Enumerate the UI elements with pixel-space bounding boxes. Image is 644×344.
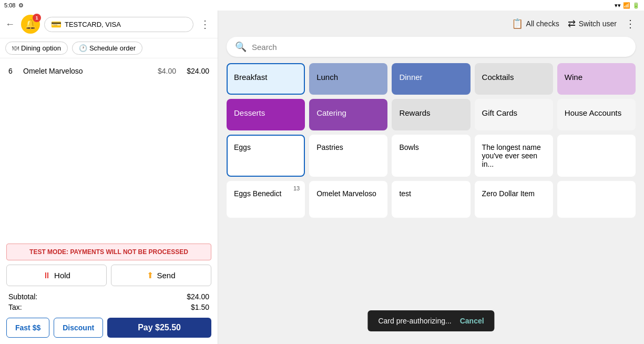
category-card-houseaccounts[interactable]: House Accounts bbox=[557, 99, 636, 130]
dining-option-button[interactable]: 🍽 Dining option bbox=[5, 42, 68, 55]
category-card-breakfast[interactable]: Breakfast bbox=[227, 63, 305, 95]
category-card-rewards[interactable]: Rewards bbox=[392, 99, 470, 130]
bell-container: 🔔 1 bbox=[21, 15, 40, 34]
item-card-bowls[interactable]: Bowls bbox=[392, 135, 470, 177]
all-checks-button[interactable]: 📋 All checks bbox=[512, 18, 559, 29]
options-row: 🍽 Dining option 🕐 Schedule order bbox=[0, 38, 218, 58]
item-name: Omelet Marveloso bbox=[23, 67, 146, 75]
subtotal-value: $24.00 bbox=[187, 292, 209, 301]
hold-icon: ⏸ bbox=[43, 271, 51, 280]
send-label: Send bbox=[157, 271, 175, 280]
nav-more-button[interactable]: ⋮ bbox=[625, 17, 636, 30]
category-card-catering[interactable]: Catering bbox=[309, 99, 387, 130]
item-card-test[interactable]: test bbox=[392, 181, 470, 218]
discount-button[interactable]: Discount bbox=[54, 318, 103, 338]
tax-row: Tax: $1.50 bbox=[8, 303, 209, 311]
item-card-longestname[interactable]: The longest name you've ever seen in... bbox=[475, 135, 553, 177]
dining-option-label: Dining option bbox=[21, 44, 61, 52]
category-card-giftcards[interactable]: Gift Cards bbox=[475, 99, 553, 130]
category-card-desserts[interactable]: Desserts bbox=[227, 99, 305, 130]
right-panel: 📋 All checks ⇄ Switch user ⋮ 🔍 Breakfast… bbox=[218, 11, 644, 344]
send-button[interactable]: ⬆ Send bbox=[111, 265, 211, 286]
schedule-order-button[interactable]: 🕐 Schedule order bbox=[72, 42, 142, 55]
category-label-cocktails: Cocktails bbox=[482, 73, 514, 82]
hold-button[interactable]: ⏸ Hold bbox=[6, 265, 107, 286]
top-nav: 📋 All checks ⇄ Switch user ⋮ bbox=[218, 11, 644, 37]
search-input[interactable] bbox=[252, 43, 627, 52]
status-bar: 5:08 ⚙ ▾▾ 📶 🔋 bbox=[0, 0, 644, 11]
pay-row: Fast $$ Discount Pay $25.50 bbox=[0, 318, 218, 344]
item-label-bowls: Bowls bbox=[399, 143, 418, 151]
discount-label: Discount bbox=[63, 323, 94, 332]
item-card-zerodollar[interactable]: Zero Dollar Item bbox=[475, 181, 553, 218]
card-label: TESTCARD, VISA bbox=[65, 21, 121, 28]
category-grid: BreakfastLunchDinnerCocktailsWineDessert… bbox=[218, 63, 644, 130]
category-card-dinner[interactable]: Dinner bbox=[392, 63, 470, 95]
item-card-eggsbenedict[interactable]: 13Eggs Benedict bbox=[227, 181, 305, 218]
toast-notification: Card pre-authorizing... Cancel bbox=[367, 310, 494, 331]
back-button[interactable]: ← bbox=[5, 19, 15, 30]
category-label-catering: Catering bbox=[316, 108, 346, 117]
totals-section: Subtotal: $24.00 Tax: $1.50 bbox=[0, 290, 218, 318]
category-card-wine[interactable]: Wine bbox=[557, 63, 636, 95]
action-row: ⏸ Hold ⬆ Send bbox=[0, 265, 218, 286]
schedule-order-label: Schedule order bbox=[89, 44, 136, 52]
category-label-breakfast: Breakfast bbox=[234, 73, 267, 82]
category-label-wine: Wine bbox=[565, 73, 582, 82]
item-label-pastries: Pastries bbox=[316, 143, 343, 151]
more-options-button[interactable]: ⋮ bbox=[198, 16, 212, 33]
category-label-rewards: Rewards bbox=[399, 108, 430, 117]
item-label-zerodollar: Zero Dollar Item bbox=[482, 189, 535, 198]
item-card-empty1 bbox=[557, 135, 636, 177]
card-badge: 💳 TESTCARD, VISA bbox=[44, 17, 193, 32]
item-card-omeletmarveloso[interactable]: Omelet Marveloso bbox=[309, 181, 387, 218]
item-unit-price: $4.00 bbox=[150, 67, 176, 75]
dining-icon: 🍽 bbox=[12, 44, 19, 52]
time-display: 5:08 bbox=[4, 2, 15, 8]
credit-card-icon: 💳 bbox=[51, 19, 62, 29]
status-bar-right: ▾▾ 📶 🔋 bbox=[615, 2, 640, 9]
tax-value: $1.50 bbox=[191, 303, 209, 311]
category-card-cocktails[interactable]: Cocktails bbox=[475, 63, 553, 95]
item-badge-count: 13 bbox=[293, 185, 300, 191]
category-label-giftcards: Gift Cards bbox=[482, 108, 518, 117]
left-panel: ← 🔔 1 💳 TESTCARD, VISA ⋮ 🍽 Dining option… bbox=[0, 11, 218, 344]
order-items-list: 6 Omelet Marveloso $4.00 $24.00 bbox=[0, 58, 218, 239]
subtotal-row: Subtotal: $24.00 bbox=[8, 292, 209, 301]
tax-label: Tax: bbox=[8, 303, 22, 311]
all-checks-label: All checks bbox=[526, 19, 559, 28]
switch-user-button[interactable]: ⇄ Switch user bbox=[568, 18, 617, 29]
item-label-longestname: The longest name you've ever seen in... bbox=[482, 143, 546, 168]
item-label-omeletmarveloso: Omelet Marveloso bbox=[316, 189, 376, 198]
test-mode-banner: TEST MODE: PAYMENTS WILL NOT BE PROCESSE… bbox=[6, 244, 211, 260]
search-bar: 🔍 bbox=[227, 37, 636, 57]
subtotal-label: Subtotal: bbox=[8, 292, 37, 301]
item-label-test: test bbox=[399, 189, 411, 198]
item-label-eggsbenedict: Eggs Benedict bbox=[234, 189, 281, 198]
item-label-eggs: Eggs bbox=[234, 143, 251, 151]
toast-cancel-button[interactable]: Cancel bbox=[460, 317, 484, 325]
signal-icon: 📶 bbox=[623, 2, 630, 9]
left-header: ← 🔔 1 💳 TESTCARD, VISA ⋮ bbox=[0, 11, 218, 38]
item-card-empty2 bbox=[557, 181, 636, 218]
category-label-lunch: Lunch bbox=[316, 73, 338, 82]
category-label-dinner: Dinner bbox=[399, 73, 422, 82]
battery-icon: 🔋 bbox=[632, 2, 640, 9]
item-card-pastries[interactable]: Pastries bbox=[309, 135, 387, 177]
pay-button[interactable]: Pay $25.50 bbox=[107, 318, 211, 338]
clock-icon: 🕐 bbox=[79, 44, 87, 52]
category-label-houseaccounts: House Accounts bbox=[565, 108, 621, 117]
item-quantity: 6 bbox=[8, 67, 19, 75]
fast-money-button[interactable]: Fast $$ bbox=[6, 318, 49, 338]
category-card-lunch[interactable]: Lunch bbox=[309, 63, 387, 95]
search-icon: 🔍 bbox=[235, 41, 247, 53]
bell-badge: 1 bbox=[33, 14, 41, 22]
pay-label: Pay $25.50 bbox=[138, 323, 181, 332]
switch-icon: ⇄ bbox=[568, 18, 576, 29]
item-grid: EggsPastriesBowlsThe longest name you've… bbox=[218, 135, 644, 218]
fast-label: Fast $$ bbox=[15, 323, 40, 332]
switch-user-label: Switch user bbox=[579, 19, 617, 28]
send-icon: ⬆ bbox=[147, 270, 154, 280]
item-card-eggs[interactable]: Eggs bbox=[227, 135, 305, 177]
order-item[interactable]: 6 Omelet Marveloso $4.00 $24.00 bbox=[0, 63, 218, 79]
